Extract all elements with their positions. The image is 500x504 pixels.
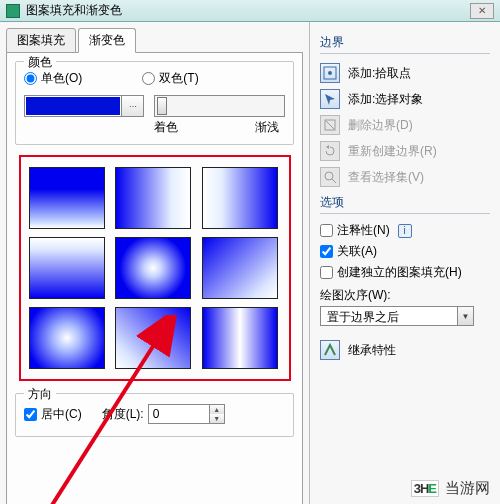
slider-label-right: 渐浅 (255, 119, 279, 136)
gradient-presets (19, 155, 291, 381)
radio-single-input[interactable] (24, 72, 37, 85)
inherit-button[interactable]: 继承特性 (348, 342, 396, 359)
select-object-icon (320, 89, 340, 109)
window-title: 图案填充和渐变色 (26, 2, 122, 19)
radio-single-color[interactable]: 单色(O) (24, 70, 82, 87)
boundary-title: 边界 (320, 34, 490, 54)
delete-boundary-icon (320, 115, 340, 135)
draw-order-combo[interactable]: 置于边界之后 ▼ (320, 306, 474, 326)
angle-label: 角度(L): (102, 406, 144, 423)
direction-group: 方向 居中(C) 角度(L): ▲ ▼ (15, 393, 294, 437)
angle-spinner[interactable]: ▲ ▼ (148, 404, 225, 424)
assoc-input[interactable] (320, 245, 333, 258)
center-checkbox-input[interactable] (24, 408, 37, 421)
draw-order-value: 置于边界之后 (321, 307, 457, 325)
watermark-logo: 3HE (411, 480, 439, 497)
tab-pattern-fill[interactable]: 图案填充 (6, 28, 76, 53)
annotative-label: 注释性(N) (337, 222, 390, 239)
tint-slider[interactable] (154, 95, 285, 117)
add-select-object-button[interactable]: 添加:选择对象 (320, 86, 490, 112)
app-icon (6, 4, 20, 18)
angle-down-button[interactable]: ▼ (210, 414, 224, 423)
independent-label: 创建独立的图案填充(H) (337, 264, 462, 281)
window-close-button[interactable]: ✕ (470, 3, 494, 19)
radio-double-input[interactable] (142, 72, 155, 85)
svg-point-5 (325, 172, 333, 180)
svg-line-4 (326, 121, 334, 129)
watermark-text: 当游网 (445, 479, 490, 498)
inherit-icon (320, 340, 340, 360)
left-pane: 图案填充 渐变色 颜色 单色(O) 双色(T) (0, 22, 310, 504)
preset-linear-left[interactable] (202, 167, 278, 229)
assoc-checkbox[interactable]: 关联(A) (320, 241, 490, 262)
radio-double-label: 双色(T) (159, 70, 198, 87)
color-group: 颜色 单色(O) 双色(T) ⋯ (15, 61, 294, 145)
chevron-down-icon[interactable]: ▼ (457, 307, 473, 325)
center-checkbox[interactable]: 居中(C) (24, 406, 82, 423)
annotative-help-icon[interactable]: i (398, 224, 412, 238)
preset-radial[interactable] (115, 237, 191, 299)
preset-linear-down[interactable] (29, 167, 105, 229)
independent-checkbox[interactable]: 创建独立的图案填充(H) (320, 262, 490, 283)
angle-input[interactable] (149, 405, 209, 423)
slider-thumb[interactable] (157, 97, 167, 115)
preset-reflected-vertical[interactable] (202, 307, 278, 369)
svg-line-6 (332, 179, 336, 183)
view-selection-label: 查看选择集(V) (348, 169, 424, 186)
svg-point-2 (328, 71, 332, 75)
preset-diag-down-right[interactable] (202, 237, 278, 299)
color-swatch-button[interactable]: ⋯ (24, 95, 144, 117)
annotative-checkbox[interactable]: 注释性(N) i (320, 220, 490, 241)
title-bar: 图案填充和渐变色 ✕ (0, 0, 500, 22)
independent-input[interactable] (320, 266, 333, 279)
view-selection-button: 查看选择集(V) (320, 164, 490, 190)
preset-linear-right[interactable] (115, 167, 191, 229)
view-selection-icon (320, 167, 340, 187)
draw-order-label: 绘图次序(W): (320, 287, 490, 304)
radio-double-color[interactable]: 双色(T) (142, 70, 198, 87)
color-dropdown-icon[interactable]: ⋯ (121, 96, 143, 116)
angle-up-button[interactable]: ▲ (210, 405, 224, 414)
assoc-label: 关联(A) (337, 243, 377, 260)
preset-radial-soft[interactable] (29, 307, 105, 369)
recreate-boundary-icon (320, 141, 340, 161)
preset-diag-down-left[interactable] (115, 307, 191, 369)
delete-boundary-button: 删除边界(D) (320, 112, 490, 138)
gradient-panel: 颜色 单色(O) 双色(T) ⋯ (6, 52, 303, 504)
preset-linear-up[interactable] (29, 237, 105, 299)
annotative-input[interactable] (320, 224, 333, 237)
delete-boundary-label: 删除边界(D) (348, 117, 413, 134)
options-title: 选项 (320, 194, 490, 214)
center-label: 居中(C) (41, 406, 82, 423)
slider-label-left: 着色 (154, 119, 178, 136)
add-select-object-label: 添加:选择对象 (348, 91, 423, 108)
recreate-boundary-label: 重新创建边界(R) (348, 143, 437, 160)
add-pick-point-button[interactable]: 添加:拾取点 (320, 60, 490, 86)
tab-strip: 图案填充 渐变色 (6, 28, 303, 53)
add-pick-point-label: 添加:拾取点 (348, 65, 411, 82)
recreate-boundary-button: 重新创建边界(R) (320, 138, 490, 164)
tab-gradient[interactable]: 渐变色 (78, 28, 136, 53)
color-legend: 颜色 (24, 54, 56, 71)
watermark: 3HE 当游网 (411, 479, 490, 498)
right-pane: 边界 添加:拾取点 添加:选择对象 删除边界(D) 重新创建边界(R) (310, 22, 500, 504)
pick-point-icon (320, 63, 340, 83)
color-swatch (25, 96, 121, 116)
direction-legend: 方向 (24, 386, 56, 403)
radio-single-label: 单色(O) (41, 70, 82, 87)
